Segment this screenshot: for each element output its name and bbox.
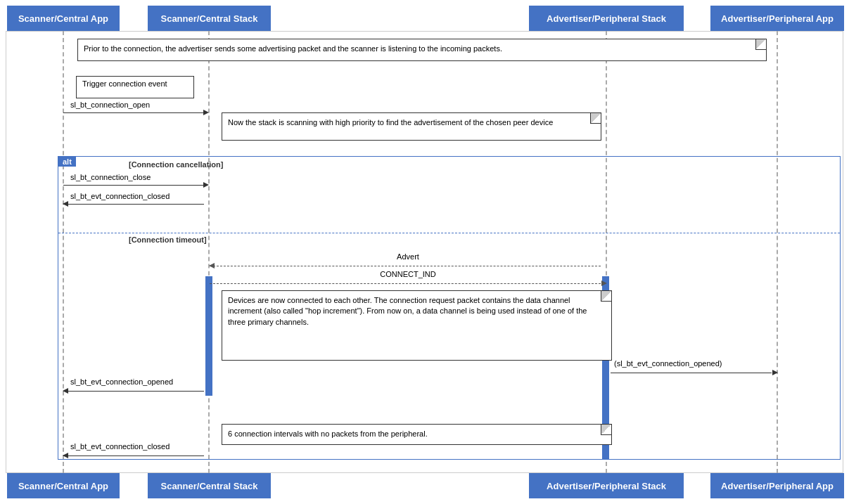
trigger-box: Trigger connection event	[76, 76, 194, 98]
note-connected: Devices are now connected to each other.…	[222, 290, 612, 361]
scanner-central-stack-header: Scanner/Central Stack	[148, 6, 271, 31]
alt-guard-timeout: [Connection timeout]	[129, 235, 207, 244]
label-sl-bt-evt-connection-closed-2: sl_bt_evt_connection_closed	[70, 442, 170, 451]
advertiser-peripheral-app-footer: Advertiser/Peripheral App	[710, 473, 844, 498]
label-sl-bt-evt-connection-closed-1: sl_bt_evt_connection_closed	[70, 192, 170, 200]
advertiser-peripheral-stack-footer: Advertiser/Peripheral Stack	[529, 473, 684, 498]
note-scanning: Now the stack is scanning with high prio…	[222, 112, 601, 141]
note-prior: Prior to the connection, the advertiser …	[77, 39, 767, 61]
arrow-sl-bt-connection-close: sl_bt_connection_close	[63, 180, 209, 190]
note-intervals: 6 connection intervals with no packets f…	[222, 424, 612, 445]
arrow-sl-bt-evt-connection-closed-2: sl_bt_evt_connection_closed	[63, 451, 209, 460]
arrow-sl-bt-evt-connection-opened-app: (sl_bt_evt_connection_opened)	[611, 368, 777, 377]
arrow-connect-ind: CONNECT_IND	[210, 278, 606, 288]
scanner-central-app-header: Scanner/Central App	[7, 6, 120, 31]
arrow-advert: Advert	[210, 261, 606, 271]
label-sl-bt-evt-connection-opened: sl_bt_evt_connection_opened	[70, 377, 173, 386]
advertiser-peripheral-stack-header: Advertiser/Peripheral Stack	[529, 6, 684, 31]
label-advert: Advert	[397, 252, 419, 261]
label-connect-ind: CONNECT_IND	[380, 270, 435, 278]
scanner-central-stack-footer: Scanner/Central Stack	[148, 473, 271, 498]
scanner-central-app-footer: Scanner/Central App	[7, 473, 120, 498]
arrow-sl-bt-connection-open: sl_bt_connection_open	[63, 108, 209, 117]
advertiser-peripheral-app-header: Advertiser/Peripheral App	[710, 6, 844, 31]
arrow-sl-bt-evt-connection-opened: sl_bt_evt_connection_opened	[63, 386, 209, 396]
arrow-sl-bt-evt-connection-closed-1: sl_bt_evt_connection_closed	[63, 199, 209, 209]
alt-label: alt	[58, 157, 76, 167]
diagram-container: Scanner/Central App Scanner/Central Stac…	[0, 0, 849, 504]
alt-divider	[58, 233, 840, 233]
label-sl-bt-evt-connection-opened-app: (sl_bt_evt_connection_opened)	[614, 359, 722, 368]
alt-guard-cancellation: [Connection cancellation]	[129, 160, 223, 169]
label-sl-bt-connection-open: sl_bt_connection_open	[70, 101, 150, 109]
label-sl-bt-connection-close: sl_bt_connection_close	[70, 173, 151, 181]
